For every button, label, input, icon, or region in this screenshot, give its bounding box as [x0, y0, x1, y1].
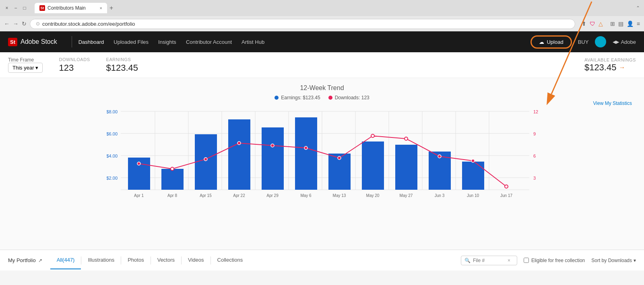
search-input[interactable] [473, 258, 505, 263]
app-header: St Adobe Stock Dashboard Uploaded Files … [0, 31, 644, 52]
dot-jun17 [505, 185, 508, 188]
url-text: contributor.stock.adobe.com/ee/portfolio [42, 21, 135, 27]
url-bar[interactable]: ⊙ contributor.stock.adobe.com/ee/portfol… [30, 19, 575, 29]
refresh-btn[interactable]: ↻ [22, 21, 27, 27]
bar-may6 [295, 117, 317, 190]
new-tab-btn[interactable]: + [109, 4, 113, 12]
svg-text:12: 12 [533, 109, 538, 114]
tab-photos[interactable]: Photos [121, 251, 150, 269]
buy-link[interactable]: BUY [578, 39, 589, 45]
external-link-icon[interactable]: ↗ [38, 258, 42, 263]
warning-icon[interactable]: △ [599, 21, 603, 27]
search-icon: 🔍 [464, 258, 471, 263]
tab-illustrations[interactable]: Illustrations [81, 251, 121, 269]
dot-may20 [371, 134, 374, 137]
bar-jun10 [462, 162, 484, 190]
logo-area: St Adobe Stock [8, 38, 57, 46]
portfolio-tabs: All(447) Illustrations Photos Vectors Vi… [50, 251, 461, 269]
chevron-down-icon: ▾ [35, 65, 38, 71]
shield-icon[interactable]: 🛡 [590, 21, 595, 27]
svg-text:Jun 17: Jun 17 [500, 193, 512, 198]
legend-earnings-label: Earnings: $123.45 [281, 95, 320, 100]
svg-text:$8.00: $8.00 [106, 109, 118, 114]
svg-text:$2.00: $2.00 [106, 176, 118, 180]
window-resize-btn[interactable]: ⌃ [636, 5, 640, 11]
bar-may20 [362, 141, 384, 190]
dot-may27 [405, 137, 408, 140]
extensions-icon[interactable]: ⊞ [610, 21, 615, 27]
chart-title: 12-Week Trend [12, 84, 632, 92]
portfolio-label: My Portfolio ↗ [8, 257, 42, 263]
svg-text:6: 6 [533, 154, 536, 158]
browser-chrome: × − □ St Contributors Main × + ⌃ ← → ↻ ⊙… [0, 0, 644, 31]
nav-contributor-account[interactable]: Contributor Account [186, 39, 232, 45]
portfolio-bar: My Portfolio ↗ All(447) Illustrations Ph… [0, 250, 644, 271]
svg-text:May 20: May 20 [366, 193, 380, 198]
tab-all[interactable]: All(447) [50, 251, 81, 269]
bar-apr8 [161, 169, 184, 190]
tab-close-btn[interactable]: × [100, 6, 102, 10]
dot-may13 [338, 156, 341, 160]
nav-insights[interactable]: Insights [158, 39, 176, 45]
nav-artist-hub[interactable]: Artist Hub [242, 39, 264, 45]
available-earnings-value: $123.45 → [584, 62, 636, 73]
window-controls[interactable]: × − □ [4, 5, 27, 11]
search-bar[interactable]: 🔍 × [461, 256, 517, 265]
window-maximize-btn[interactable]: □ [22, 5, 27, 11]
window-close-btn[interactable]: × [4, 5, 10, 11]
user-avatar[interactable] [595, 36, 606, 47]
profile-icon[interactable]: 👤 [627, 21, 634, 27]
svg-text:3: 3 [533, 176, 536, 180]
available-earnings-label: AVAILABLE EARNINGS [584, 57, 636, 62]
upload-button[interactable]: ☁ Upload [531, 36, 571, 48]
dot-apr22 [237, 141, 241, 145]
dot-apr29 [271, 144, 274, 147]
chart-container: $8.00 $6.00 $4.00 $2.00 12 9 6 3 [12, 105, 632, 210]
back-btn[interactable]: ← [4, 21, 10, 27]
nav-dashboard[interactable]: Dashboard [78, 39, 104, 45]
svg-text:$6.00: $6.00 [106, 131, 118, 136]
tab-collections[interactable]: Collections [211, 251, 250, 269]
svg-text:Apr 15: Apr 15 [200, 193, 212, 198]
downloads-line [139, 136, 506, 187]
available-earnings: AVAILABLE EARNINGS $123.45 → [584, 57, 636, 73]
adobe-label: Adobe [621, 39, 636, 45]
sort-by-dropdown[interactable]: Sort by Downloads ▾ [591, 258, 636, 263]
downloads-stat: DOWNLOADS 123 [59, 57, 90, 73]
tab-vectors[interactable]: Vectors [151, 251, 181, 269]
sidebar-icon[interactable]: ▤ [618, 21, 623, 27]
active-tab[interactable]: St Contributors Main × [35, 3, 107, 13]
earnings-label: EARNINGS [106, 57, 138, 62]
free-collection-input[interactable] [524, 258, 529, 263]
dot-may6 [304, 146, 308, 150]
menu-icon[interactable]: ≡ [637, 21, 640, 27]
bar-may27 [395, 145, 417, 190]
timeframe-select[interactable]: This year ▾ [8, 63, 43, 73]
svg-text:May 6: May 6 [300, 193, 312, 198]
available-arrow-link[interactable]: → [619, 64, 625, 71]
search-clear-btn[interactable]: × [508, 258, 510, 263]
svg-text:Jun 3: Jun 3 [435, 193, 445, 198]
chart-area: 12-Week Trend Earnings: $123.45 Download… [0, 78, 644, 250]
dot-apr1 [137, 162, 140, 165]
brand-name: Adobe Stock [21, 38, 57, 45]
browser-titlebar: × − □ St Contributors Main × + ⌃ [0, 0, 644, 16]
portfolio-label-text: My Portfolio [8, 257, 36, 263]
forward-btn[interactable]: → [13, 21, 19, 27]
free-collection-checkbox[interactable]: Eligible for free collection [524, 258, 585, 263]
dot-jun10 [471, 159, 475, 162]
tab-title: Contributors Main [47, 5, 86, 11]
share-icon[interactable]: ⬆ [582, 21, 586, 27]
nav-uploaded-files[interactable]: Uploaded Files [114, 39, 149, 45]
earnings-value: $123.45 [106, 63, 138, 73]
tab-favicon: St [39, 5, 45, 11]
svg-text:Apr 1: Apr 1 [134, 193, 144, 198]
timeframe-value: This year [12, 65, 34, 71]
window-minimize-btn[interactable]: − [13, 5, 19, 11]
tab-videos[interactable]: Videos [182, 251, 211, 269]
svg-text:Apr 29: Apr 29 [266, 193, 279, 198]
legend-downloads-label: Downloads: 123 [335, 95, 369, 100]
bar-apr22 [228, 119, 250, 190]
tab-bar: St Contributors Main × + [31, 1, 633, 15]
dot-jun3 [438, 155, 441, 158]
